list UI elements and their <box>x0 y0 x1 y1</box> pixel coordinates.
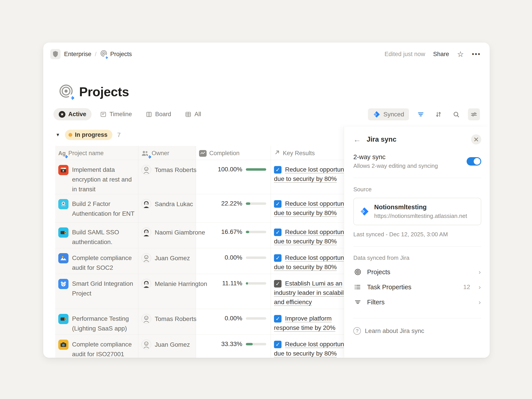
more-options-icon[interactable]: ••• <box>472 50 481 58</box>
checkbox-checked-icon[interactable]: ✓ <box>274 254 282 262</box>
key-result-link[interactable]: Reduce lost opportunities <box>285 228 344 237</box>
table-row[interactable]: Complete compliance audit for SOC2 Juan … <box>55 248 344 274</box>
key-results-cell[interactable]: ✓ Reduce lost opportunities due to secur… <box>271 222 344 248</box>
key-result-link[interactable]: due to security by 80% <box>274 174 344 184</box>
completion-cell[interactable]: 100.00% <box>196 160 271 194</box>
completion-percent: 0.00% <box>225 253 242 262</box>
tab-active[interactable]: ★ Active <box>53 108 92 120</box>
owner-cell[interactable]: Tomas Roberts <box>138 309 196 335</box>
key-results-cell[interactable]: ✓ Improve platform response time by 20% <box>271 309 344 335</box>
key-results-cell[interactable]: ✓ Establish Lumi as an industry leader i… <box>271 274 344 309</box>
panel-item-filters[interactable]: Filters <box>353 295 481 310</box>
project-name-cell[interactable]: Smart Grid Integration Project <box>55 274 138 309</box>
page-goal-target-icon[interactable] <box>59 84 73 99</box>
synced-button[interactable]: Synced <box>368 108 409 120</box>
completion-cell[interactable]: 0.00% <box>196 248 271 274</box>
key-results-cell[interactable]: ✓ Reduce lost opportunities due to secur… <box>271 194 344 222</box>
completion-percent: 33.33% <box>221 340 242 348</box>
project-name-cell[interactable]: Build 2 Factor Authentication for ENT <box>55 194 138 222</box>
two-way-sync-toggle[interactable] <box>467 157 481 165</box>
avatar <box>141 253 151 263</box>
completion-cell[interactable]: 22.22% <box>196 194 271 222</box>
completion-cell[interactable]: 0.00% <box>196 309 271 335</box>
collapse-triangle-icon[interactable]: ▼ <box>56 132 60 137</box>
search-icon[interactable] <box>450 108 462 120</box>
divider <box>353 246 481 247</box>
panel-item-projects[interactable]: Projects <box>353 265 481 279</box>
column-label: Key Results <box>283 150 315 157</box>
back-arrow-icon[interactable]: ← <box>353 136 361 143</box>
status-badge[interactable]: In progress <box>65 130 112 140</box>
table-row[interactable]: Smart Grid Integration Project Melanie H… <box>55 274 344 309</box>
table-row[interactable]: Performance Testing (Lighting SaaS app) … <box>55 309 344 335</box>
key-result-link[interactable]: Reduce lost opportunities <box>285 253 344 262</box>
last-synced-text: Last synced - Dec 12, 2025, 3:00 AM <box>353 231 481 238</box>
key-result-link[interactable]: due to security by 80% <box>274 208 344 218</box>
key-result-link[interactable]: due to security by 80% <box>274 237 344 246</box>
key-results-cell[interactable]: ✓ Reduce lost opportunities due to secur… <box>271 248 344 274</box>
project-name-cell[interactable]: Complete compliance audit for ISO27001 <box>55 335 138 358</box>
project-name-cell[interactable]: Performance Testing (Lighting SaaS app) <box>55 309 138 335</box>
avatar <box>141 199 151 209</box>
checkbox-checked-icon[interactable]: ✓ <box>274 315 282 323</box>
key-result-link[interactable]: Improve platform <box>285 314 332 323</box>
owner-cell[interactable]: Sandra Lukac <box>138 194 196 222</box>
completion-cell[interactable]: 33.33% <box>196 335 271 358</box>
filter-icon[interactable] <box>415 108 427 120</box>
share-button[interactable]: Share <box>433 51 449 58</box>
table-row[interactable]: Build SAML SSO authentication. Naomi Gia… <box>55 222 344 248</box>
key-result-link[interactable]: due to security by 80% <box>274 349 344 358</box>
owner-cell[interactable]: Juan Gomez <box>138 248 196 274</box>
table-row[interactable]: Implement data encryption at rest and in… <box>55 160 344 194</box>
column-header-key-results[interactable]: Key Results <box>271 146 344 160</box>
table-row[interactable]: Build 2 Factor Authentication for ENT Sa… <box>55 194 344 222</box>
column-header-completion[interactable]: Completion <box>196 146 271 160</box>
favorite-star-icon[interactable]: ☆ <box>457 50 464 58</box>
key-result-link[interactable]: Reduce lost opportunities <box>285 199 344 208</box>
owner-cell[interactable]: Melanie Harrington <box>138 274 196 309</box>
tab-timeline[interactable]: Timeline <box>95 108 137 120</box>
key-result-link[interactable]: Establish Lumi as an <box>285 279 342 288</box>
checkbox-checked-icon[interactable]: ✓ <box>274 341 282 348</box>
column-header-owner[interactable]: Owner <box>138 146 196 160</box>
key-results-cell[interactable]: ✓ Reduce lost opportunities due to secur… <box>271 160 344 194</box>
checkbox-checked-icon[interactable]: ✓ <box>274 166 282 174</box>
table-row[interactable]: Complete compliance audit for ISO27001 J… <box>55 335 344 358</box>
panel-item-task-properties[interactable]: Task Properties 12 <box>353 279 481 295</box>
tab-all-label: All <box>194 111 201 118</box>
workspace-shield-icon[interactable] <box>50 49 61 59</box>
tab-board[interactable]: Board <box>140 108 177 120</box>
checkbox-checked-icon[interactable]: ✓ <box>274 200 282 208</box>
checkbox-checked-icon[interactable]: ✓ <box>274 280 282 287</box>
avatar <box>141 165 151 175</box>
owner-cell[interactable]: Naomi Giambrone <box>138 222 196 248</box>
key-result-link[interactable]: response time by 20% <box>274 323 335 332</box>
key-result-link[interactable]: industry leader in scalability <box>274 288 344 298</box>
settings-sliders-icon[interactable] <box>468 108 480 120</box>
project-name-cell[interactable]: Complete compliance audit for SOC2 <box>55 248 138 274</box>
owner-cell[interactable]: Tomas Roberts <box>138 160 196 194</box>
tab-all[interactable]: All <box>180 108 206 120</box>
key-result-link[interactable]: Reduce lost opportunities <box>285 165 344 174</box>
owner-cell[interactable]: Juan Gomez <box>138 335 196 358</box>
project-name-cell[interactable]: Build SAML SSO authentication. <box>55 222 138 248</box>
learn-about-jira-sync-link[interactable]: ? Learn about Jira sync <box>353 327 481 335</box>
column-header-project-name[interactable]: Ag Project name <box>55 146 138 160</box>
key-result-link[interactable]: and efficiency <box>274 298 344 307</box>
views-toolbar: ★ Active Timeline Board All <box>53 108 480 120</box>
completion-percent: 11.11% <box>222 279 242 288</box>
project-name: Complete compliance audit for ISO27001 <box>72 340 134 358</box>
checkbox-checked-icon[interactable]: ✓ <box>274 228 282 236</box>
completion-cell[interactable]: 11.11% <box>196 274 271 309</box>
sort-icon[interactable] <box>432 108 444 120</box>
jira-source-card[interactable]: Notionsmltesting https://notionsmltestin… <box>353 198 481 225</box>
completion-cell[interactable]: 16.67% <box>196 222 271 248</box>
owner-name: Sandra Lukac <box>155 199 193 209</box>
project-name-cell[interactable]: Implement data encryption at rest and in… <box>55 160 138 194</box>
breadcrumb-workspace[interactable]: Enterprise <box>64 51 91 58</box>
key-results-cell[interactable]: ✓ Reduce lost opportunities due to secur… <box>271 335 344 358</box>
breadcrumb-page[interactable]: Projects <box>100 50 132 59</box>
key-result-link[interactable]: Reduce lost opportunities <box>285 340 344 349</box>
close-icon[interactable]: ✕ <box>471 134 481 145</box>
key-result-link[interactable]: due to security by 80% <box>274 262 344 272</box>
